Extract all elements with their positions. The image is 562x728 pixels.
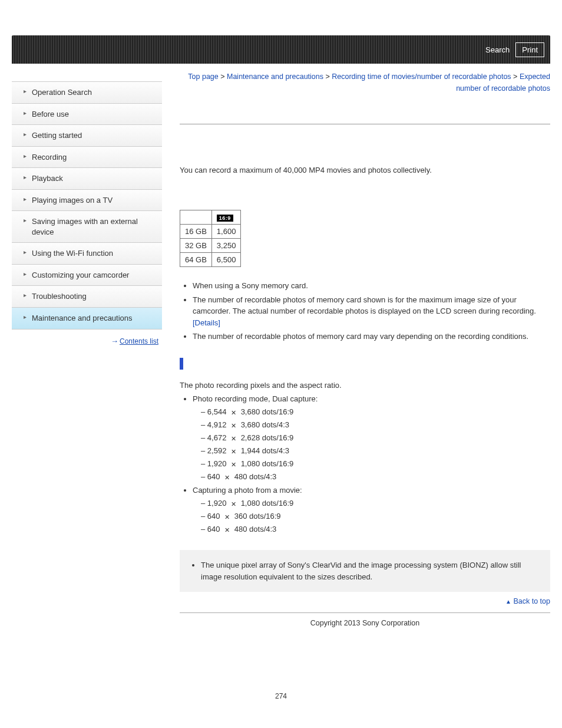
sidebar-item-operation-search[interactable]: Operation Search xyxy=(12,82,162,104)
table-value: 3,250 xyxy=(211,239,241,253)
notes-list: When using a Sony memory card. The numbe… xyxy=(180,280,550,342)
pixels-lead: The photo recording pixels and the aspec… xyxy=(180,380,550,391)
footer-copyright: Copyright 2013 Sony Corporation xyxy=(180,612,550,627)
table-ratio-header: 16:9 xyxy=(211,210,241,225)
arrow-right-icon: → xyxy=(111,337,117,345)
note-item: The number of recordable photos of memor… xyxy=(193,294,550,329)
contents-list-wrap: →Contents list xyxy=(12,330,162,345)
contents-list-link[interactable]: Contents list xyxy=(120,337,158,345)
resolution-item: 640 ✕ 480 dots/4:3 xyxy=(201,470,550,483)
header-bar: Search Print xyxy=(12,35,550,64)
back-to-top-wrap: ▲ Back to top xyxy=(180,597,550,605)
breadcrumb-top[interactable]: Top page xyxy=(188,73,218,81)
mode-item: Capturing a photo from a movie: 1,920 ✕ … xyxy=(193,485,550,536)
sidebar: Operation Search Before use Getting star… xyxy=(12,81,162,345)
multiply-icon: ✕ xyxy=(222,525,232,536)
table-empty-header xyxy=(180,210,212,225)
sidebar-item-recording[interactable]: Recording xyxy=(12,147,162,169)
note-box: The unique pixel array of Sony's ClearVi… xyxy=(180,550,550,592)
multiply-icon: ✕ xyxy=(229,433,239,444)
table-row: 64 GB 6,500 xyxy=(180,253,241,267)
breadcrumb: Top page > Maintenance and precautions >… xyxy=(180,71,550,94)
resolution-list: 6,544 ✕ 3,680 dots/16:9 4,912 ✕ 3,680 do… xyxy=(193,406,550,484)
sidebar-item-customizing[interactable]: Customizing your camcorder xyxy=(12,265,162,286)
sidebar-item-getting-started[interactable]: Getting started xyxy=(12,125,162,147)
sidebar-item-playing-tv[interactable]: Playing images on a TV xyxy=(12,190,162,212)
sidebar-item-before-use[interactable]: Before use xyxy=(12,104,162,126)
note-item: When using a Sony memory card. xyxy=(193,280,550,292)
resolution-item: 1,920 ✕ 1,080 dots/16:9 xyxy=(201,497,550,510)
mode-label: Capturing a photo from a movie: xyxy=(193,486,302,495)
note-item: The number of recordable photos of memor… xyxy=(193,331,550,342)
modes-list: Photo recording mode, Dual capture: 6,54… xyxy=(180,393,550,536)
multiply-icon: ✕ xyxy=(229,499,239,510)
photos-table: 16:9 16 GB 1,600 32 GB 3,250 64 GB 6,500 xyxy=(180,210,241,267)
sidebar-item-saving-external[interactable]: Saving images with an external device xyxy=(12,211,162,243)
section-marker-icon xyxy=(180,358,183,370)
search-link[interactable]: Search xyxy=(485,45,510,54)
multiply-icon: ✕ xyxy=(222,472,232,483)
table-row: 32 GB 3,250 xyxy=(180,239,241,253)
details-link[interactable]: [Details] xyxy=(193,318,220,327)
table-capacity: 16 GB xyxy=(180,225,212,239)
multiply-icon: ✕ xyxy=(229,459,239,470)
note-text: The number of recordable photos of memor… xyxy=(193,295,536,316)
back-to-top-link[interactable]: Back to top xyxy=(513,597,550,605)
sidebar-item-maintenance[interactable]: Maintenance and precautions xyxy=(12,308,162,330)
mode-item: Photo recording mode, Dual capture: 6,54… xyxy=(193,393,550,483)
resolution-list: 1,920 ✕ 1,080 dots/16:9 640 ✕ 360 dots/1… xyxy=(193,497,550,536)
resolution-item: 1,920 ✕ 1,080 dots/16:9 xyxy=(201,457,550,470)
multiply-icon: ✕ xyxy=(229,407,239,419)
table-value: 6,500 xyxy=(211,253,241,267)
sidebar-item-playback[interactable]: Playback xyxy=(12,168,162,190)
intro-text: You can record a maximum of 40,000 MP4 m… xyxy=(180,166,550,174)
resolution-item: 4,912 ✕ 3,680 dots/4:3 xyxy=(201,419,550,431)
table-capacity: 32 GB xyxy=(180,239,212,253)
table-row: 16 GB 1,600 xyxy=(180,225,241,239)
table-value: 1,600 xyxy=(211,225,241,239)
multiply-icon: ✕ xyxy=(229,446,239,457)
page-number: 274 xyxy=(12,692,550,700)
table-capacity: 64 GB xyxy=(180,253,212,267)
divider xyxy=(180,124,550,124)
sidebar-item-troubleshooting[interactable]: Troubleshooting xyxy=(12,286,162,308)
resolution-item: 6,544 ✕ 3,680 dots/16:9 xyxy=(201,406,550,419)
resolution-item: 4,672 ✕ 2,628 dots/16:9 xyxy=(201,431,550,444)
note-box-text: The unique pixel array of Sony's ClearVi… xyxy=(201,559,542,582)
multiply-icon: ✕ xyxy=(222,512,232,523)
multiply-icon: ✕ xyxy=(229,420,239,431)
resolution-item: 640 ✕ 360 dots/16:9 xyxy=(201,510,550,523)
triangle-up-icon: ▲ xyxy=(505,598,511,605)
ratio-badge-icon: 16:9 xyxy=(217,215,233,222)
mode-label: Photo recording mode, Dual capture: xyxy=(193,394,318,403)
print-button[interactable]: Print xyxy=(515,42,544,57)
resolution-item: 640 ✕ 480 dots/4:3 xyxy=(201,523,550,536)
breadcrumb-maintenance[interactable]: Maintenance and precautions xyxy=(227,73,323,81)
breadcrumb-recording-time[interactable]: Recording time of movies/number of recor… xyxy=(332,73,511,81)
resolution-item: 2,592 ✕ 1,944 dots/4:3 xyxy=(201,444,550,457)
sidebar-item-wifi[interactable]: Using the Wi-Fi function xyxy=(12,243,162,265)
main-content: Top page > Maintenance and precautions >… xyxy=(162,64,550,627)
